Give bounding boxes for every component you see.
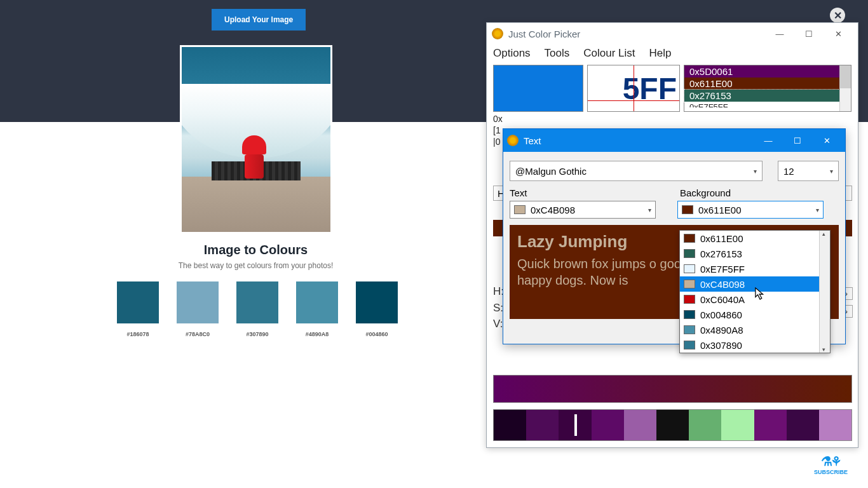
palette-cell[interactable] [526,410,559,440]
text-color-label: Text [510,187,680,198]
subscribe-label: SUBSCRIBE [814,469,848,475]
jcp-app-icon [492,28,503,39]
maximize-button[interactable]: ☐ [794,24,824,43]
close-button[interactable]: ✕ [824,24,853,43]
chevron-down-icon: ▾ [830,168,833,175]
history-scrollbar[interactable] [839,65,851,111]
text-close-button[interactable]: ✕ [812,129,841,152]
font-size-value: 12 [783,166,794,177]
zoom-preview: 5FF [587,65,680,112]
font-family-select[interactable]: @Malgun Gothic ▾ [510,161,763,181]
background-color-select[interactable]: 0x611E00 ▾ [677,201,824,219]
history-item[interactable]: 0x276153 [684,90,839,102]
text-app-icon [507,135,519,146]
text-maximize-button[interactable]: ☐ [783,129,812,152]
gradient-bar[interactable] [493,375,852,403]
bg-color-chip [682,205,693,214]
palette-swatches: #186078#78A8C0#307890#4890A8#004860 [117,281,398,337]
color-swatch[interactable]: #4890A8 [296,281,338,337]
palette-cell[interactable] [819,410,851,440]
dna-icon: ⚗⚘ [814,454,848,469]
dropdown-option[interactable]: 0x611E00 [680,231,830,246]
chevron-down-icon: ▾ [754,168,757,175]
text-color-chip [514,205,526,214]
palette-cell[interactable] [624,410,656,440]
font-family-value: @Malgun Gothic [515,166,587,177]
color-swatch[interactable]: #004860 [356,281,398,337]
menu-tools[interactable]: Tools [545,47,570,60]
font-size-select[interactable]: 12 ▾ [778,161,839,181]
image-to-colours-header: Image to Colours The best way to get col… [0,243,512,270]
text-title-text: Text [524,135,754,146]
menu-options[interactable]: Options [493,47,531,60]
jcp-title-text: Just Color Picker [508,29,765,39]
tint-palette[interactable] [493,409,852,441]
color-history: 0x5D00610x611E000x2761530xE7F5FF [684,65,851,112]
palette-cell[interactable] [656,410,689,440]
dropdown-option[interactable]: 0x307890 [680,337,830,353]
page-title: Image to Colours [0,243,512,257]
dropdown-option[interactable]: 0x4890A8 [680,322,830,337]
dropdown-scrollbar[interactable] [819,231,830,353]
close-icon[interactable]: ✕ [830,8,845,23]
color-swatch[interactable]: #307890 [236,281,278,337]
dropdown-option[interactable]: 0x004860 [680,307,830,322]
page-subtitle: The best way to get colours from your ph… [0,261,512,270]
color-swatch[interactable]: #78A8C0 [177,281,219,337]
history-item[interactable]: 0x5D0061 [684,65,839,78]
text-color-select[interactable]: 0xC4B098 ▾ [510,201,656,219]
menu-colour-list[interactable]: Colour List [583,47,635,60]
palette-cell[interactable] [754,410,787,440]
background-color-label: Background [680,187,731,198]
palette-cell[interactable] [721,410,754,440]
palette-cell[interactable] [592,410,624,440]
palette-cell[interactable] [689,410,721,440]
palette-cell[interactable] [559,410,591,440]
text-titlebar[interactable]: Text ― ☐ ✕ [503,129,845,152]
history-item[interactable]: 0x611E00 [684,78,839,90]
subscribe-badge[interactable]: ⚗⚘ SUBSCRIBE [814,454,848,475]
menu-help[interactable]: Help [649,47,672,60]
palette-cell[interactable] [494,410,526,440]
current-color-preview [493,65,583,112]
color-swatch[interactable]: #186078 [117,281,159,337]
bg-color-value: 0x611E00 [698,205,742,215]
text-color-value: 0xC4B098 [531,205,575,215]
dropdown-option[interactable]: 0x276153 [680,246,830,261]
history-item[interactable]: 0xE7F5FF [684,102,839,107]
minimize-button[interactable]: ― [765,24,794,43]
chevron-down-icon: ▾ [816,207,819,214]
uploaded-image [180,45,332,234]
jcp-menubar: OptionsToolsColour ListHelp [487,44,858,64]
dropdown-option[interactable]: 0xE7F5FF [680,261,830,276]
jcp-titlebar[interactable]: Just Color Picker ― ☐ ✕ [487,23,858,44]
upload-button[interactable]: Upload Your Image [212,9,306,30]
chevron-down-icon: ▾ [648,207,651,214]
palette-cell[interactable] [787,410,819,440]
cursor-icon [755,287,766,301]
text-minimize-button[interactable]: ― [754,129,783,152]
